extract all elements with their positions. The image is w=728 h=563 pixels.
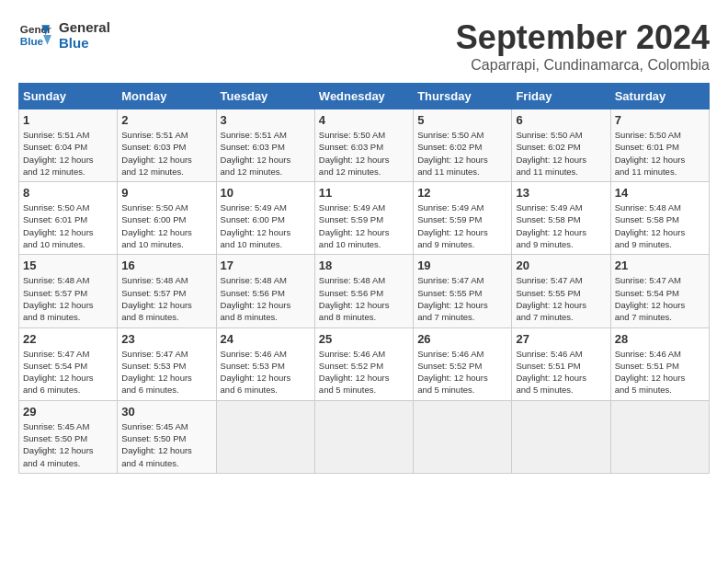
col-header-saturday: Saturday: [610, 84, 709, 109]
day-info: Sunrise: 5:48 AM Sunset: 5:57 PM Dayligh…: [23, 274, 113, 323]
logo-general: General: [59, 19, 110, 35]
calendar-cell: 16Sunrise: 5:48 AM Sunset: 5:57 PM Dayli…: [118, 255, 216, 327]
day-number: 4: [319, 113, 409, 127]
calendar-header-row: SundayMondayTuesdayWednesdayThursdayFrid…: [19, 84, 710, 109]
day-number: 5: [417, 113, 507, 127]
logo: General Blue General Blue: [18, 18, 110, 52]
calendar-cell: 29Sunrise: 5:45 AM Sunset: 5:50 PM Dayli…: [19, 400, 118, 473]
day-number: 29: [23, 405, 113, 419]
day-info: Sunrise: 5:46 AM Sunset: 5:52 PM Dayligh…: [417, 348, 507, 396]
calendar-cell: 24Sunrise: 5:46 AM Sunset: 5:53 PM Dayli…: [216, 327, 314, 400]
day-number: 18: [319, 259, 409, 272]
calendar-cell: 5Sunrise: 5:50 AM Sunset: 6:02 PM Daylig…: [414, 109, 512, 182]
day-info: Sunrise: 5:49 AM Sunset: 6:00 PM Dayligh…: [221, 201, 311, 250]
calendar-cell: 9Sunrise: 5:50 AM Sunset: 6:00 PM Daylig…: [118, 182, 216, 255]
day-info: Sunrise: 5:47 AM Sunset: 5:55 PM Dayligh…: [417, 274, 507, 323]
col-header-thursday: Thursday: [414, 84, 512, 109]
calendar-cell: 30Sunrise: 5:45 AM Sunset: 5:50 PM Dayli…: [118, 400, 216, 473]
day-number: 20: [516, 259, 606, 272]
calendar-cell: [314, 400, 413, 473]
calendar-cell: [512, 400, 610, 473]
calendar-cell: 11Sunrise: 5:49 AM Sunset: 5:59 PM Dayli…: [314, 182, 413, 255]
calendar-cell: [414, 400, 512, 473]
calendar-cell: 6Sunrise: 5:50 AM Sunset: 6:02 PM Daylig…: [512, 109, 610, 182]
title-section: September 2024 Caparrapi, Cundinamarca, …: [456, 18, 710, 74]
day-info: Sunrise: 5:48 AM Sunset: 5:56 PM Dayligh…: [221, 274, 311, 323]
day-info: Sunrise: 5:45 AM Sunset: 5:50 PM Dayligh…: [23, 420, 113, 469]
day-info: Sunrise: 5:50 AM Sunset: 6:00 PM Dayligh…: [121, 201, 211, 250]
day-number: 19: [417, 259, 507, 272]
calendar-cell: 21Sunrise: 5:47 AM Sunset: 5:54 PM Dayli…: [610, 255, 709, 327]
svg-marker-3: [43, 35, 51, 45]
day-info: Sunrise: 5:49 AM Sunset: 5:58 PM Dayligh…: [516, 201, 606, 250]
calendar-cell: 1Sunrise: 5:51 AM Sunset: 6:04 PM Daylig…: [19, 109, 118, 182]
day-number: 12: [417, 186, 507, 200]
logo-icon: General Blue: [18, 18, 51, 52]
calendar-week-1: 1Sunrise: 5:51 AM Sunset: 6:04 PM Daylig…: [19, 109, 710, 182]
day-info: Sunrise: 5:47 AM Sunset: 5:53 PM Dayligh…: [121, 348, 211, 396]
calendar-cell: 26Sunrise: 5:46 AM Sunset: 5:52 PM Dayli…: [414, 327, 512, 400]
day-number: 2: [121, 113, 211, 127]
day-number: 6: [516, 113, 606, 127]
day-number: 3: [221, 113, 311, 127]
calendar-cell: 18Sunrise: 5:48 AM Sunset: 5:56 PM Dayli…: [314, 255, 413, 327]
page-header: General Blue General Blue September 2024…: [18, 18, 710, 74]
day-number: 21: [615, 259, 705, 272]
day-info: Sunrise: 5:48 AM Sunset: 5:57 PM Dayligh…: [121, 274, 211, 323]
calendar-cell: 28Sunrise: 5:46 AM Sunset: 5:51 PM Dayli…: [610, 327, 709, 400]
day-number: 16: [121, 259, 211, 272]
day-info: Sunrise: 5:47 AM Sunset: 5:55 PM Dayligh…: [516, 274, 606, 323]
calendar-cell: 8Sunrise: 5:50 AM Sunset: 6:01 PM Daylig…: [19, 182, 118, 255]
day-number: 11: [319, 186, 409, 200]
day-number: 10: [221, 186, 311, 200]
day-info: Sunrise: 5:51 AM Sunset: 6:03 PM Dayligh…: [121, 129, 211, 178]
day-info: Sunrise: 5:46 AM Sunset: 5:52 PM Dayligh…: [319, 348, 409, 396]
day-info: Sunrise: 5:46 AM Sunset: 5:53 PM Dayligh…: [221, 348, 311, 396]
calendar-week-5: 29Sunrise: 5:45 AM Sunset: 5:50 PM Dayli…: [19, 400, 710, 473]
calendar-cell: 25Sunrise: 5:46 AM Sunset: 5:52 PM Dayli…: [314, 327, 413, 400]
calendar-cell: 23Sunrise: 5:47 AM Sunset: 5:53 PM Dayli…: [118, 327, 216, 400]
day-info: Sunrise: 5:50 AM Sunset: 6:01 PM Dayligh…: [615, 129, 705, 178]
day-number: 13: [516, 186, 606, 200]
day-info: Sunrise: 5:50 AM Sunset: 6:01 PM Dayligh…: [23, 201, 113, 250]
month-title: September 2024: [456, 18, 710, 57]
calendar-week-4: 22Sunrise: 5:47 AM Sunset: 5:54 PM Dayli…: [19, 327, 710, 400]
calendar-cell: 10Sunrise: 5:49 AM Sunset: 6:00 PM Dayli…: [216, 182, 314, 255]
col-header-friday: Friday: [512, 84, 610, 109]
calendar-week-2: 8Sunrise: 5:50 AM Sunset: 6:01 PM Daylig…: [19, 182, 710, 255]
calendar-week-3: 15Sunrise: 5:48 AM Sunset: 5:57 PM Dayli…: [19, 255, 710, 327]
day-number: 17: [221, 259, 311, 272]
day-number: 26: [417, 332, 507, 346]
calendar-cell: 12Sunrise: 5:49 AM Sunset: 5:59 PM Dayli…: [414, 182, 512, 255]
logo-blue: Blue: [59, 35, 110, 51]
day-number: 14: [615, 186, 705, 200]
calendar-cell: 14Sunrise: 5:48 AM Sunset: 5:58 PM Dayli…: [610, 182, 709, 255]
calendar-cell: 2Sunrise: 5:51 AM Sunset: 6:03 PM Daylig…: [118, 109, 216, 182]
day-info: Sunrise: 5:48 AM Sunset: 5:58 PM Dayligh…: [615, 201, 705, 250]
calendar-cell: 13Sunrise: 5:49 AM Sunset: 5:58 PM Dayli…: [512, 182, 610, 255]
calendar-cell: 4Sunrise: 5:50 AM Sunset: 6:03 PM Daylig…: [314, 109, 413, 182]
calendar-cell: 19Sunrise: 5:47 AM Sunset: 5:55 PM Dayli…: [414, 255, 512, 327]
day-number: 28: [615, 332, 705, 346]
day-info: Sunrise: 5:45 AM Sunset: 5:50 PM Dayligh…: [121, 420, 211, 469]
calendar-cell: 3Sunrise: 5:51 AM Sunset: 6:03 PM Daylig…: [216, 109, 314, 182]
calendar-cell: 17Sunrise: 5:48 AM Sunset: 5:56 PM Dayli…: [216, 255, 314, 327]
calendar-table: SundayMondayTuesdayWednesdayThursdayFrid…: [18, 83, 710, 474]
calendar-cell: 22Sunrise: 5:47 AM Sunset: 5:54 PM Dayli…: [19, 327, 118, 400]
day-number: 23: [121, 332, 211, 346]
day-number: 30: [121, 405, 211, 419]
col-header-monday: Monday: [118, 84, 216, 109]
day-number: 7: [615, 113, 705, 127]
day-info: Sunrise: 5:50 AM Sunset: 6:02 PM Dayligh…: [417, 129, 507, 178]
svg-text:Blue: Blue: [20, 35, 44, 47]
day-info: Sunrise: 5:47 AM Sunset: 5:54 PM Dayligh…: [615, 274, 705, 323]
day-info: Sunrise: 5:49 AM Sunset: 5:59 PM Dayligh…: [417, 201, 507, 250]
col-header-wednesday: Wednesday: [314, 84, 413, 109]
day-number: 1: [23, 113, 113, 127]
calendar-cell: 20Sunrise: 5:47 AM Sunset: 5:55 PM Dayli…: [512, 255, 610, 327]
col-header-sunday: Sunday: [19, 84, 118, 109]
day-info: Sunrise: 5:49 AM Sunset: 5:59 PM Dayligh…: [319, 201, 409, 250]
calendar-cell: 15Sunrise: 5:48 AM Sunset: 5:57 PM Dayli…: [19, 255, 118, 327]
day-info: Sunrise: 5:46 AM Sunset: 5:51 PM Dayligh…: [615, 348, 705, 396]
day-number: 27: [516, 332, 606, 346]
